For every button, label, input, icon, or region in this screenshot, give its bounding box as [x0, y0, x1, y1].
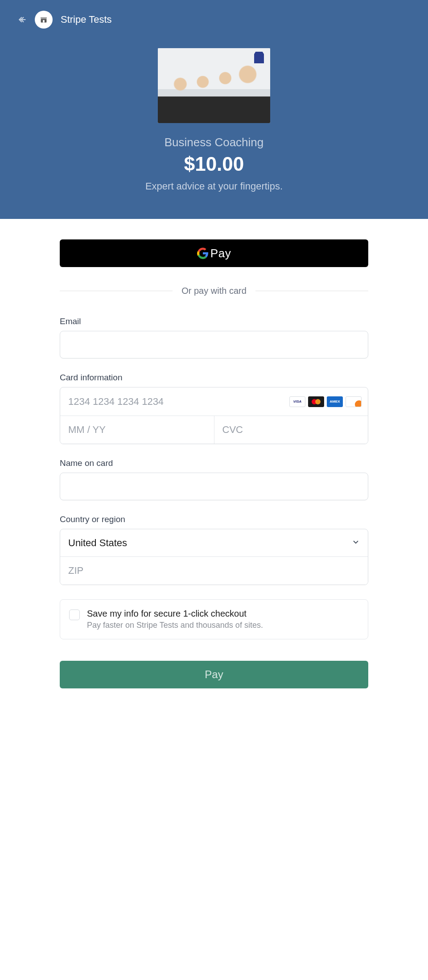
country-selected: United States: [68, 537, 127, 549]
amex-icon: AMEX: [327, 396, 343, 407]
name-field[interactable]: [60, 473, 368, 500]
divider-text: Or pay with card: [181, 286, 247, 296]
mastercard-icon: [308, 396, 324, 407]
divider-line: [255, 291, 368, 291]
product-title: Business Coaching: [0, 136, 428, 149]
zip-field[interactable]: [60, 557, 368, 585]
product-image: [158, 48, 270, 123]
country-label: Country or region: [60, 515, 368, 524]
email-field[interactable]: [60, 331, 368, 358]
merchant-name: Stripe Tests: [61, 14, 112, 25]
card-info-label: Card information: [60, 373, 368, 383]
save-info-box: Save my info for secure 1-click checkout…: [60, 599, 368, 639]
google-pay-label: Pay: [210, 247, 231, 260]
pay-button[interactable]: Pay: [60, 661, 368, 688]
card-cvc-field[interactable]: [214, 416, 368, 444]
merchant-logo-icon: [35, 11, 53, 29]
discover-icon: [346, 396, 362, 407]
save-info-subtitle: Pay faster on Stripe Tests and thousands…: [87, 621, 263, 630]
divider-line: [60, 291, 173, 291]
save-info-title: Save my info for secure 1-click checkout: [87, 609, 263, 619]
chevron-down-icon: [352, 538, 360, 548]
product-description: Expert advice at your fingertips.: [0, 181, 428, 192]
google-logo-icon: [197, 247, 209, 259]
svg-rect-3: [43, 20, 45, 22]
visa-icon: VISA: [289, 396, 305, 407]
country-select[interactable]: United States: [60, 529, 368, 557]
name-label: Name on card: [60, 458, 368, 468]
email-label: Email: [60, 317, 368, 326]
save-info-checkbox[interactable]: [69, 609, 80, 620]
card-number-field[interactable]: [68, 387, 289, 416]
card-expiry-field[interactable]: [60, 416, 214, 444]
back-arrow-icon[interactable]: [18, 15, 27, 24]
google-pay-button[interactable]: Pay: [60, 239, 368, 267]
product-price: $10.00: [0, 153, 428, 175]
